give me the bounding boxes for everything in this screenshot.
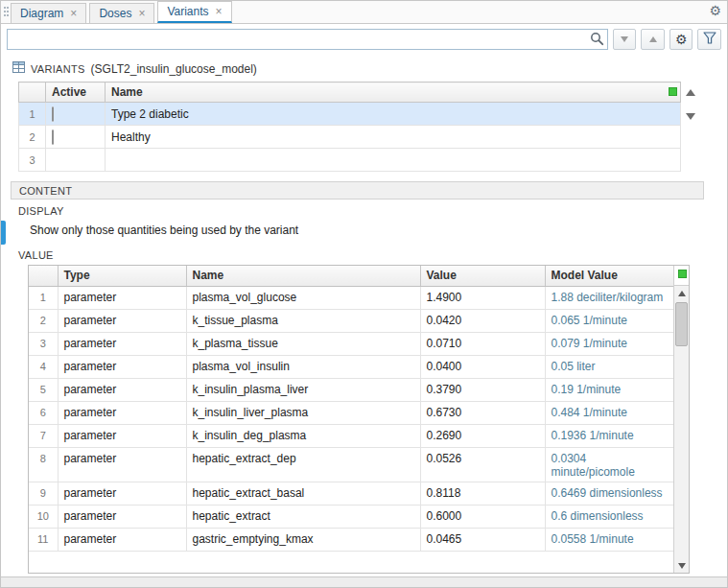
active-column-header[interactable]: Active: [46, 82, 106, 103]
variant-row[interactable]: 3: [19, 149, 681, 172]
name-column-header[interactable]: Name: [106, 82, 681, 103]
model-value-cell[interactable]: 0.6 dimensionless: [545, 505, 675, 528]
model-value-cell[interactable]: 0.19 1/minute: [545, 378, 675, 401]
model-value-cell[interactable]: 0.065 1/minute: [545, 309, 675, 332]
type-cell[interactable]: parameter: [58, 286, 186, 309]
tab-variants[interactable]: Variants ×: [157, 1, 231, 23]
collapsed-panel-strip[interactable]: [1, 576, 727, 588]
type-cell[interactable]: parameter: [58, 355, 186, 378]
type-column-header[interactable]: Type: [58, 266, 186, 286]
value-row[interactable]: 1 parameter plasma_vol_glucose 1.4900 1.…: [29, 286, 675, 309]
value-row[interactable]: 8 parameter hepatic_extract_dep 0.0526 0…: [29, 447, 675, 482]
row-number-header[interactable]: [19, 82, 46, 103]
scrollbar-track[interactable]: [674, 300, 689, 558]
scroll-down-icon[interactable]: [686, 113, 695, 120]
model-value-cell[interactable]: 0.1936 1/minute: [545, 424, 675, 447]
name-cell[interactable]: gastric_emptying_kmax: [186, 528, 420, 551]
value-row[interactable]: 2 parameter k_tissue_plasma 0.0420 0.065…: [29, 309, 675, 332]
panel-grip-icon[interactable]: [3, 6, 10, 21]
name-cell[interactable]: hepatic_extract: [186, 505, 420, 528]
model-value-cell[interactable]: 1.88 deciliter/kilogram: [545, 286, 675, 309]
close-icon[interactable]: ×: [70, 8, 77, 19]
tab-doses[interactable]: Doses ×: [89, 3, 154, 23]
previous-match-button[interactable]: [613, 29, 637, 50]
value-cell[interactable]: 0.6000: [420, 505, 545, 528]
name-cell[interactable]: k_tissue_plasma: [186, 309, 420, 332]
variant-name-cell[interactable]: Type 2 diabetic: [106, 103, 681, 126]
name-cell[interactable]: k_insulin_deg_plasma: [186, 424, 420, 447]
type-cell[interactable]: parameter: [58, 447, 186, 482]
search-toolbar: ⚙: [1, 25, 727, 53]
variant-row[interactable]: 2 Healthy: [19, 126, 681, 149]
value-cell[interactable]: 0.6730: [420, 401, 545, 424]
scrollbar-thumb[interactable]: [675, 302, 688, 346]
name-cell[interactable]: plasma_vol_insulin: [186, 355, 420, 378]
tab-label: Variants: [167, 5, 208, 18]
model-value-cell[interactable]: 0.05 liter: [545, 355, 675, 378]
value-cell[interactable]: 0.2690: [420, 424, 545, 447]
variant-row[interactable]: 1 Type 2 diabetic: [19, 103, 681, 126]
value-cell[interactable]: 0.3790: [420, 378, 545, 401]
value-row[interactable]: 11 parameter gastric_emptying_kmax 0.046…: [29, 528, 675, 551]
scroll-up-icon[interactable]: [686, 89, 695, 96]
model-value-cell[interactable]: 0.6469 dimensionless: [545, 482, 675, 505]
tab-diagram[interactable]: Diagram ×: [11, 3, 86, 23]
search-icon[interactable]: [590, 32, 604, 49]
value-cell[interactable]: 0.8118: [420, 482, 545, 505]
close-icon[interactable]: ×: [138, 8, 145, 19]
filter-button[interactable]: [697, 29, 721, 50]
model-value-cell[interactable]: 0.0304 minute/picomole: [545, 447, 675, 482]
type-cell[interactable]: parameter: [58, 378, 186, 401]
scrollbar-up-button[interactable]: [674, 286, 689, 300]
name-cell[interactable]: hepatic_extract_dep: [186, 447, 420, 482]
display-option-label[interactable]: Show only those quantities being used by…: [30, 223, 298, 237]
value-cell[interactable]: 0.0526: [420, 447, 545, 482]
content-section-header[interactable]: CONTENT: [11, 181, 704, 200]
row-number: 6: [29, 401, 58, 424]
active-checkbox[interactable]: [52, 129, 54, 145]
type-cell[interactable]: parameter: [58, 332, 186, 355]
type-cell[interactable]: parameter: [58, 309, 186, 332]
value-cell[interactable]: 1.4900: [420, 286, 545, 309]
model-value-cell[interactable]: 0.0558 1/minute: [545, 528, 675, 551]
type-cell[interactable]: parameter: [58, 424, 186, 447]
close-icon[interactable]: ×: [216, 6, 223, 17]
name-cell[interactable]: k_insulin_liver_plasma: [186, 401, 420, 424]
vertical-scrollbar[interactable]: [673, 266, 689, 573]
value-cell[interactable]: 0.0465: [420, 528, 545, 551]
name-cell[interactable]: plasma_vol_glucose: [186, 286, 420, 309]
type-cell[interactable]: parameter: [58, 505, 186, 528]
value-cell[interactable]: 0.0400: [420, 355, 545, 378]
value-row[interactable]: 5 parameter k_insulin_plasma_liver 0.379…: [29, 378, 675, 401]
row-number-header[interactable]: [29, 266, 58, 286]
value-cell[interactable]: 0.0710: [420, 332, 545, 355]
value-cell[interactable]: 0.0420: [420, 309, 545, 332]
next-match-button[interactable]: [641, 29, 665, 50]
search-input[interactable]: [7, 29, 608, 50]
value-row[interactable]: 3 parameter k_plasma_tissue 0.0710 0.079…: [29, 332, 675, 355]
type-cell[interactable]: parameter: [58, 528, 186, 551]
value-row[interactable]: 7 parameter k_insulin_deg_plasma 0.2690 …: [29, 424, 675, 447]
variant-name-cell[interactable]: Healthy: [106, 126, 681, 149]
name-cell[interactable]: k_insulin_plasma_liver: [186, 378, 420, 401]
value-row[interactable]: 10 parameter hepatic_extract 0.6000 0.6 …: [29, 505, 675, 528]
name-cell[interactable]: k_plasma_tissue: [186, 332, 420, 355]
value-column-header[interactable]: Value: [420, 266, 545, 286]
model-value-column-header[interactable]: Model Value: [545, 266, 675, 286]
value-row[interactable]: 9 parameter hepatic_extract_basal 0.8118…: [29, 482, 675, 505]
model-value-cell[interactable]: 0.484 1/minute: [545, 401, 675, 424]
model-value-cell[interactable]: 0.079 1/minute: [545, 332, 675, 355]
type-cell[interactable]: parameter: [58, 482, 186, 505]
variant-name-cell[interactable]: [106, 149, 681, 172]
scrollbar-down-button[interactable]: [674, 558, 689, 573]
name-cell[interactable]: hepatic_extract_basal: [186, 482, 420, 505]
value-row[interactable]: 4 parameter plasma_vol_insulin 0.0400 0.…: [29, 355, 675, 378]
type-cell[interactable]: parameter: [58, 401, 186, 424]
row-number: 4: [29, 355, 58, 378]
search-settings-button[interactable]: ⚙: [669, 29, 693, 50]
active-checkbox[interactable]: [52, 106, 54, 122]
value-row[interactable]: 6 parameter k_insulin_liver_plasma 0.673…: [29, 401, 675, 424]
variants-scroll-buttons: [686, 89, 695, 120]
name-column-header[interactable]: Name: [186, 266, 420, 286]
panel-settings-icon[interactable]: ⚙: [709, 4, 721, 17]
